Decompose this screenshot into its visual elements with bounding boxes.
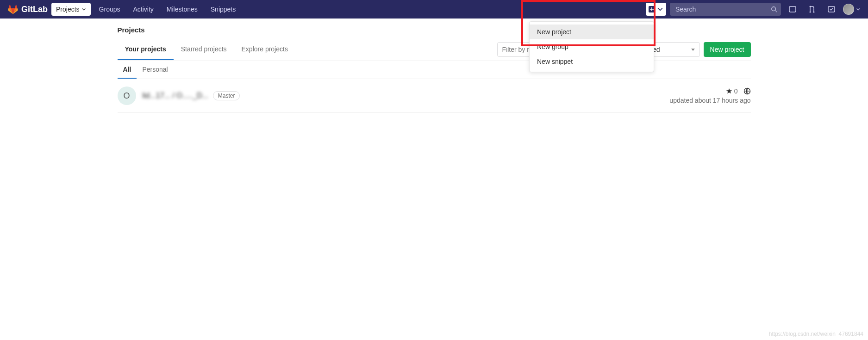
project-row[interactable]: O lid...17... / O....._D... Master 0 upd… xyxy=(118,79,751,113)
tab-explore-projects[interactable]: Explore projects xyxy=(234,39,295,60)
star-icon xyxy=(726,88,732,94)
plus-icon xyxy=(649,6,655,12)
globe-icon xyxy=(743,87,751,95)
project-updated: updated about 17 hours ago xyxy=(669,97,750,104)
plus-dropdown-button[interactable] xyxy=(646,3,666,16)
dropdown-item-new-snippet[interactable]: New snippet xyxy=(530,54,654,69)
subtab-personal[interactable]: Personal xyxy=(137,61,173,79)
gitlab-logo[interactable]: GitLab xyxy=(7,4,48,15)
todos-icon xyxy=(827,5,836,13)
svg-point-3 xyxy=(810,12,811,13)
project-tabs: Your projects Starred projects Explore p… xyxy=(118,38,751,61)
svg-point-5 xyxy=(810,6,811,7)
nav-projects[interactable]: Projects xyxy=(51,3,91,16)
chevron-down-icon xyxy=(657,6,663,12)
svg-rect-2 xyxy=(789,6,796,12)
chevron-down-icon xyxy=(81,7,86,12)
search-input[interactable] xyxy=(670,3,781,16)
tab-starred-projects[interactable]: Starred projects xyxy=(174,39,234,60)
gitlab-icon xyxy=(7,4,19,15)
brand-text: GitLab xyxy=(21,5,48,14)
user-menu[interactable] xyxy=(843,4,861,15)
star-count: 0 xyxy=(734,87,738,95)
todos-icon-button[interactable] xyxy=(824,1,839,17)
nav-milestones[interactable]: Milestones xyxy=(162,3,202,16)
page-title: Projects xyxy=(118,19,751,38)
avatar xyxy=(843,4,854,15)
project-name[interactable]: lid...17... / O....._D... xyxy=(143,92,208,100)
search-wrap xyxy=(670,3,781,16)
merge-request-icon xyxy=(808,5,816,13)
nav-snippets[interactable]: Snippets xyxy=(206,3,240,16)
nav-projects-label: Projects xyxy=(56,6,80,13)
tab-your-projects[interactable]: Your projects xyxy=(118,39,174,60)
search-icon xyxy=(771,6,777,12)
nav-activity[interactable]: Activity xyxy=(129,3,158,16)
star-count-wrap: 0 xyxy=(726,87,738,95)
plus-dropdown-menu: New project New group New snippet xyxy=(529,21,654,72)
svg-point-1 xyxy=(772,7,776,11)
chevron-down-icon xyxy=(856,7,861,12)
dropdown-item-new-project[interactable]: New project xyxy=(530,25,654,39)
merge-requests-icon-button[interactable] xyxy=(804,1,820,17)
subtab-all[interactable]: All xyxy=(118,61,137,79)
project-subtabs: All Personal xyxy=(118,61,751,79)
new-project-button[interactable]: New project xyxy=(704,42,751,57)
dropdown-item-new-group[interactable]: New group xyxy=(530,39,654,54)
project-avatar: O xyxy=(118,87,136,105)
issues-icon-button[interactable] xyxy=(785,1,800,17)
nav-groups[interactable]: Groups xyxy=(94,3,125,16)
role-badge: Master xyxy=(213,91,240,100)
issues-icon xyxy=(788,5,797,13)
svg-point-4 xyxy=(813,12,815,13)
top-navbar: GitLab Projects Groups Activity Mileston… xyxy=(0,0,868,19)
